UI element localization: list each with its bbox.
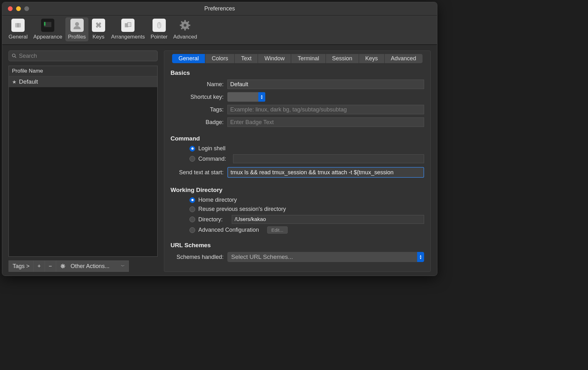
svg-line-15 [181,21,183,23]
svg-line-29 [61,267,62,268]
shortcut-key-popup[interactable]: ▲▼ [227,92,265,102]
radio-command[interactable] [189,156,195,162]
minimize-window-button[interactable] [16,6,21,11]
toolbar-tab-keys[interactable]: ⌘ Keys [89,17,108,41]
subtab-terminal[interactable]: Terminal [291,54,326,63]
gear-icon [178,19,192,32]
profile-settings-pane: General Colors Text Window Terminal Sess… [164,51,431,272]
svg-line-20 [15,57,16,58]
radio-home-dir[interactable] [189,197,195,203]
toolbar-tab-label: Arrangements [111,34,145,40]
radio-login-shell-label: Login shell [198,145,225,152]
popup-arrows-icon: ▲▼ [258,92,265,102]
section-title-command: Command [171,135,424,142]
section-title-working-dir: Working Directory [171,187,424,194]
edit-adv-config-button[interactable]: Edit... [267,226,287,234]
radio-reuse-dir-label: Reuse previous session's directory [198,206,286,212]
profiles-sidebar: Profile Name ★ Default Tags > + − Other … [9,51,158,272]
url-schemes-placeholder: Select URL Schemes... [231,254,293,260]
directory-input[interactable] [232,215,424,224]
badge-label: Badge: [171,119,227,126]
subtab-text[interactable]: Text [235,54,258,63]
search-box[interactable] [9,51,158,61]
zoom-window-button[interactable] [24,6,29,11]
profile-row-default[interactable]: ★ Default [9,76,157,87]
subtab-colors[interactable]: Colors [205,54,235,63]
badge-input[interactable] [227,117,424,127]
radio-command-label: Command: [198,156,230,162]
toolbar-tab-advanced[interactable]: Advanced [171,17,200,41]
radio-directory-label: Directory: [198,216,229,223]
svg-line-18 [188,21,189,23]
windows-icon [121,19,135,32]
tags-toggle-button[interactable]: Tags > [9,260,34,272]
mouse-icon [153,19,166,32]
tags-label: Tags: [171,106,227,113]
svg-rect-6 [128,22,131,27]
send-text-label: Send text at start: [171,169,227,176]
slider-icon [11,19,25,32]
toolbar-tab-label: Advanced [173,34,197,40]
profile-subtabs: General Colors Text Window Terminal Sess… [171,54,424,63]
command-key-icon: ⌘ [92,19,105,32]
svg-line-28 [64,267,64,268]
traffic-lights [2,6,29,11]
name-label: Name: [171,81,227,88]
content-area: Profile Name ★ Default Tags > + − Other … [2,45,437,276]
tags-input[interactable] [227,105,424,114]
close-window-button[interactable] [8,6,13,11]
popup-arrows-icon: ▲▼ [417,252,424,262]
other-actions-dropdown[interactable]: Other Actions... ﹀ [56,260,129,272]
svg-line-27 [61,265,62,265]
command-input[interactable] [233,154,424,163]
svg-line-30 [64,265,64,265]
shortcut-label: Shortcut key: [171,94,227,100]
schemes-handled-label: Schemes handled: [171,254,227,260]
toolbar-tab-label: Profiles [68,34,86,40]
toolbar-tab-arrangements[interactable]: Arrangements [109,17,147,41]
url-schemes-select[interactable]: Select URL Schemes... ▲▼ [227,252,424,262]
toolbar-tab-label: Appearance [33,34,62,40]
profile-icon [70,19,84,32]
name-input[interactable] [227,80,424,89]
svg-point-4 [75,22,79,26]
titlebar: Preferences [2,2,437,15]
svg-point-10 [184,24,187,27]
toolbar-tab-profiles[interactable]: Profiles [65,17,88,41]
toolbar-tab-label: Keys [93,34,105,40]
toolbar-tab-label: Pointer [151,34,168,40]
radio-adv-config[interactable] [189,227,195,233]
toolbar-tab-appearance[interactable]: Appearance [31,17,65,41]
radio-adv-config-label: Advanced Configuration [198,227,259,233]
toolbar-tab-general[interactable]: General [6,17,30,41]
toolbar-tab-label: General [9,34,27,40]
subtab-window[interactable]: Window [258,54,291,63]
subtab-session[interactable]: Session [326,54,359,63]
svg-rect-1 [18,23,18,27]
profile-list-header: Profile Name [9,66,157,76]
gear-icon [60,263,66,269]
toolbar: General Appearance Profiles ⌘ Keys Arran… [2,15,437,45]
chevron-down-icon: ﹀ [121,264,125,269]
preferences-window: Preferences General Appearance Profiles … [2,2,437,276]
monitor-icon [41,19,54,32]
search-input[interactable] [19,53,155,59]
section-title-url: URL Schemes [171,242,424,249]
subtab-advanced[interactable]: Advanced [385,54,423,63]
radio-login-shell[interactable] [189,146,195,152]
svg-point-22 [62,266,63,267]
subtab-keys[interactable]: Keys [359,54,385,63]
add-profile-button[interactable]: + [34,260,45,272]
radio-reuse-dir[interactable] [189,206,195,212]
profile-row-label: Default [19,78,38,85]
svg-rect-3 [44,22,46,26]
section-title-basics: Basics [171,69,424,76]
send-text-input[interactable] [227,167,424,178]
radio-directory[interactable] [189,217,195,222]
toolbar-tab-pointer[interactable]: Pointer [148,17,170,41]
svg-point-19 [12,54,15,57]
subtab-general[interactable]: General [172,54,205,63]
svg-line-16 [188,28,189,29]
remove-profile-button[interactable]: − [45,260,56,272]
svg-line-17 [181,28,183,29]
